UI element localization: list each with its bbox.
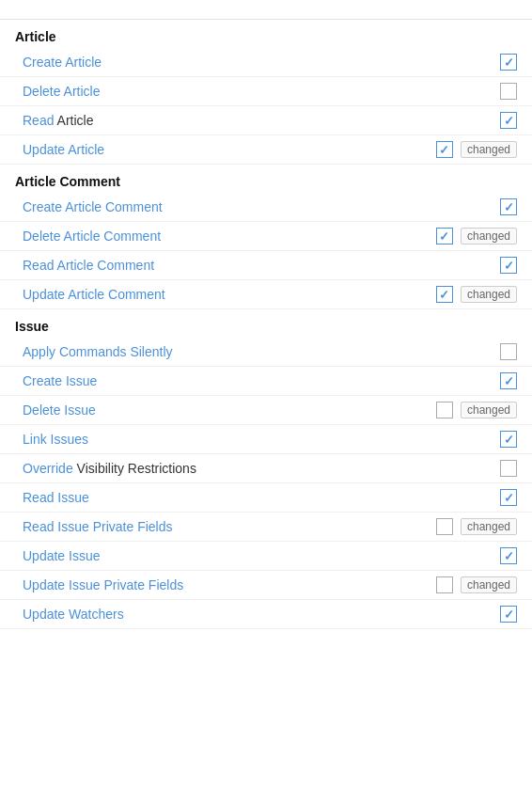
header-row — [0, 0, 532, 20]
changed-badge-delete-article-comment: changed — [461, 228, 517, 245]
permission-label-delete-article-comment: Delete Article Comment — [23, 229, 436, 244]
permission-label-read-article: Read Article — [23, 113, 500, 128]
permission-label-read-issue: Read Issue — [23, 490, 500, 505]
permission-right-update-article: changed — [436, 141, 517, 158]
permission-row-update-issue: Update Issue — [0, 542, 532, 571]
changed-badge-delete-issue: changed — [461, 402, 517, 418]
checkbox-create-issue[interactable] — [500, 372, 517, 389]
checkbox-read-article[interactable] — [500, 112, 517, 129]
section-header-issue: Issue — [0, 309, 532, 338]
checkbox-delete-issue[interactable] — [436, 402, 453, 418]
checkbox-link-issues[interactable] — [500, 431, 517, 448]
permission-row-update-watchers: Update Watchers — [0, 600, 532, 629]
permission-label-update-issue-private-fields: Update Issue Private Fields — [23, 577, 436, 592]
permission-row-read-article-comment: Read Article Comment — [0, 251, 532, 280]
permissions-list: ArticleCreate ArticleDelete ArticleRead … — [0, 20, 532, 629]
permission-label-create-article-comment: Create Article Comment — [23, 199, 500, 214]
checkbox-read-issue-private-fields[interactable] — [436, 518, 453, 535]
checkbox-create-article[interactable] — [500, 54, 517, 71]
permission-right-create-article-comment — [500, 198, 517, 215]
checkbox-delete-article-comment[interactable] — [436, 228, 453, 245]
section-header-article-comment: Article Comment — [0, 165, 532, 193]
permission-row-delete-issue: Delete Issuechanged — [0, 396, 532, 425]
permission-right-apply-commands-silently — [500, 343, 517, 360]
permission-label-create-issue: Create Issue — [23, 373, 500, 388]
permission-label-override-visibility-restrictions: Override Visibility Restrictions — [23, 461, 500, 476]
changed-badge-read-issue-private-fields: changed — [461, 518, 517, 535]
checkbox-create-article-comment[interactable] — [500, 198, 517, 215]
permission-row-create-article-comment: Create Article Comment — [0, 193, 532, 222]
permission-row-override-visibility-restrictions: Override Visibility Restrictions — [0, 454, 532, 483]
permission-right-update-watchers — [500, 606, 517, 623]
checkbox-update-watchers[interactable] — [500, 606, 517, 623]
changed-badge-update-issue-private-fields: changed — [461, 576, 517, 593]
permission-label-apply-commands-silently: Apply Commands Silently — [23, 344, 500, 359]
permission-label-read-issue-private-fields: Read Issue Private Fields — [23, 519, 436, 534]
permission-row-update-article-comment: Update Article Commentchanged — [0, 280, 532, 309]
permission-row-apply-commands-silently: Apply Commands Silently — [0, 338, 532, 367]
permission-right-delete-article-comment: changed — [436, 228, 517, 245]
permission-right-create-issue — [500, 372, 517, 389]
permission-label-update-article: Update Article — [23, 142, 436, 157]
checkbox-apply-commands-silently[interactable] — [500, 343, 517, 360]
permission-label-update-issue: Update Issue — [23, 548, 500, 563]
permission-right-override-visibility-restrictions — [500, 460, 517, 477]
checkbox-update-issue[interactable] — [500, 547, 517, 564]
permission-row-read-issue-private-fields: Read Issue Private Fieldschanged — [0, 513, 532, 542]
permission-row-update-issue-private-fields: Update Issue Private Fieldschanged — [0, 571, 532, 600]
permission-right-update-article-comment: changed — [436, 286, 517, 303]
permission-right-update-issue-private-fields: changed — [436, 576, 517, 593]
checkbox-read-issue[interactable] — [500, 489, 517, 506]
permission-label-delete-article: Delete Article — [23, 84, 500, 99]
checkbox-update-issue-private-fields[interactable] — [436, 576, 453, 593]
permission-right-create-article — [500, 54, 517, 71]
permission-right-delete-issue: changed — [436, 402, 517, 418]
permission-label-link-issues: Link Issues — [23, 432, 500, 447]
permission-right-read-issue — [500, 489, 517, 506]
permission-label-update-watchers: Update Watchers — [23, 607, 500, 622]
permission-row-delete-article-comment: Delete Article Commentchanged — [0, 222, 532, 251]
section-header-article: Article — [0, 20, 532, 48]
checkbox-override-visibility-restrictions[interactable] — [500, 460, 517, 477]
permission-row-create-issue: Create Issue — [0, 367, 532, 396]
changed-badge-update-article: changed — [461, 141, 517, 158]
permission-row-delete-article: Delete Article — [0, 77, 532, 106]
permission-right-link-issues — [500, 431, 517, 448]
permission-row-read-issue: Read Issue — [0, 483, 532, 513]
checkbox-update-article-comment[interactable] — [436, 286, 453, 303]
checkbox-update-article[interactable] — [436, 141, 453, 158]
permission-right-delete-article — [500, 83, 517, 100]
permission-label-read-article-comment: Read Article Comment — [23, 258, 500, 273]
permission-row-read-article: Read Article — [0, 106, 532, 135]
checkbox-read-article-comment[interactable] — [500, 257, 517, 274]
permission-row-link-issues: Link Issues — [0, 425, 532, 454]
permission-right-read-article-comment — [500, 257, 517, 274]
permission-row-update-article: Update Articlechanged — [0, 135, 532, 165]
changed-badge-update-article-comment: changed — [461, 286, 517, 303]
permission-label-delete-issue: Delete Issue — [23, 402, 436, 418]
checkbox-delete-article[interactable] — [500, 83, 517, 100]
permission-right-read-issue-private-fields: changed — [436, 518, 517, 535]
permission-label-update-article-comment: Update Article Comment — [23, 287, 436, 302]
permission-right-read-article — [500, 112, 517, 129]
permission-label-create-article: Create Article — [23, 55, 500, 70]
permission-row-create-article: Create Article — [0, 48, 532, 77]
permission-right-update-issue — [500, 547, 517, 564]
